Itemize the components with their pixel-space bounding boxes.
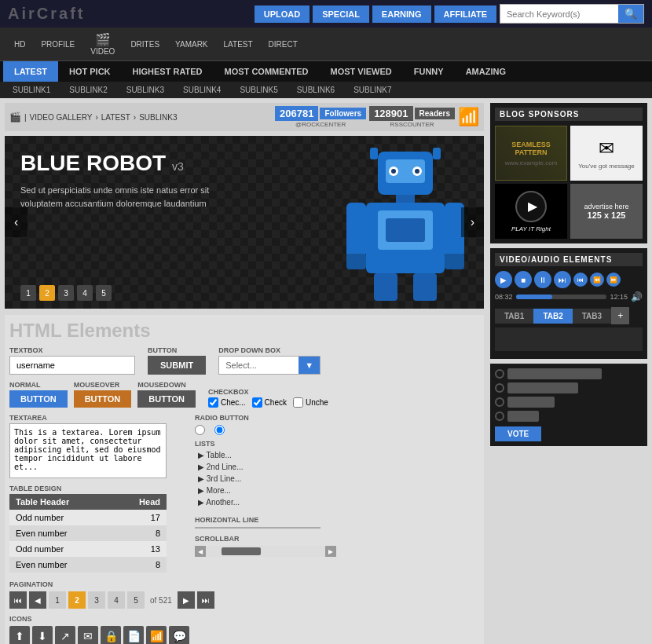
sponsor-envelope[interactable]: ✉ You've got message xyxy=(570,126,643,181)
sublink-2[interactable]: SUBLINK2 xyxy=(60,82,116,98)
vote-bar-2[interactable] xyxy=(507,382,578,393)
play-ctrl-button[interactable]: ▶ xyxy=(495,271,512,288)
tab-add-button[interactable]: + xyxy=(611,307,629,324)
prev-ctrl-button[interactable]: ⏮ xyxy=(573,273,588,287)
radio-2[interactable] xyxy=(214,425,225,435)
nav-item-direct[interactable]: DIRECT xyxy=(261,34,306,55)
slider-next-button[interactable]: › xyxy=(461,207,484,237)
breadcrumb-latest[interactable]: LATEST xyxy=(101,113,130,122)
affiliate-button[interactable]: AFFILIATE xyxy=(434,5,496,23)
radio-1[interactable] xyxy=(195,425,205,435)
nav-item-latest[interactable]: LATEST xyxy=(216,34,261,55)
dropdown-box[interactable]: Select... ▼ xyxy=(218,356,321,375)
tab-funny[interactable]: FUNNY xyxy=(403,61,455,82)
tab-mostcommented[interactable]: MOST COMMENTED xyxy=(214,61,320,82)
rew-ctrl-button[interactable]: ⏪ xyxy=(590,273,604,287)
ffw-ctrl-button[interactable]: ⏩ xyxy=(606,273,621,287)
tab-latest[interactable]: LATEST xyxy=(3,61,58,82)
page-1-button[interactable]: 1 xyxy=(49,591,66,609)
icon-document[interactable]: 📄 xyxy=(123,626,144,644)
page-3-button[interactable]: 3 xyxy=(88,591,105,609)
btn-normal[interactable]: BUTTON xyxy=(9,390,68,408)
scrollbar-right-btn[interactable]: ▶ xyxy=(325,546,336,557)
sublink-4[interactable]: SUBLINK4 xyxy=(174,82,230,98)
nav-item-drites[interactable]: DRITES xyxy=(123,34,167,55)
scrollbar-thumb[interactable] xyxy=(222,547,261,555)
list-item[interactable]: ▶ More... xyxy=(195,485,479,496)
icon-comment[interactable]: 💬 xyxy=(169,626,189,644)
list-item[interactable]: ▶ 3rd Line... xyxy=(195,473,479,485)
special-button[interactable]: SPECIAL xyxy=(313,5,369,23)
breadcrumb-gallery[interactable]: VIDEO GALLERY xyxy=(30,113,93,122)
tab-amazing[interactable]: AMAZING xyxy=(455,61,517,82)
sublink-1[interactable]: SUBLINK1 xyxy=(3,82,60,98)
search-button[interactable]: 🔍 xyxy=(618,5,643,23)
earning-button[interactable]: EARNING xyxy=(372,5,431,23)
scrollbar-track[interactable]: ◀ ▶ xyxy=(195,546,336,557)
play-button-big[interactable]: ▶ xyxy=(515,191,547,222)
sponsor-pattern[interactable]: SEAMLESS PATTERN www.example.com xyxy=(495,126,567,181)
vote-option-3 xyxy=(495,397,643,408)
slider-prev-button[interactable]: ‹ xyxy=(5,207,27,237)
textbox-input[interactable] xyxy=(9,356,135,375)
dot-1[interactable]: 1 xyxy=(20,285,36,301)
table-row: Odd number 13 xyxy=(9,541,167,557)
sublink-5[interactable]: SUBLINK5 xyxy=(230,82,287,98)
sponsor-advertise[interactable]: advertise here 125 x 125 xyxy=(570,184,643,239)
checkbox-1[interactable]: Chec... xyxy=(208,397,246,408)
dot-5[interactable]: 5 xyxy=(96,285,112,301)
icon-external[interactable]: ↗ xyxy=(55,626,75,644)
svg-rect-16 xyxy=(374,273,397,301)
checkbox-2[interactable]: Check xyxy=(252,397,287,408)
vote-bar-4[interactable] xyxy=(507,411,539,422)
page-2-button[interactable]: 2 xyxy=(68,591,86,609)
icon-lock[interactable]: 🔒 xyxy=(101,626,121,644)
icon-download[interactable]: ⬇ xyxy=(32,626,53,644)
sidebar-tab-3[interactable]: TAB3 xyxy=(573,309,611,324)
page-last-button[interactable]: ⏭ xyxy=(197,591,214,609)
sidebar-tab-2[interactable]: TAB2 xyxy=(533,309,572,324)
nav-item-profile[interactable]: PROFILE xyxy=(33,34,82,55)
sponsor-play[interactable]: ▶ PLAY IT Right xyxy=(495,184,567,239)
sublink-7[interactable]: SUBLINK7 xyxy=(344,82,401,98)
sublink-3[interactable]: SUBLINK3 xyxy=(117,82,174,98)
checkbox-3[interactable]: Unche xyxy=(293,397,328,408)
nav-item-video[interactable]: 🎬 VIDEO xyxy=(82,27,123,60)
icon-upload[interactable]: ⬆ xyxy=(9,626,30,644)
tab-mostviewed[interactable]: MOST VIEWED xyxy=(320,61,403,82)
tab-hotpick[interactable]: HOT PICK xyxy=(58,61,122,82)
dot-4[interactable]: 4 xyxy=(77,285,93,301)
btn-mousedown[interactable]: BUTTON xyxy=(137,390,196,408)
progress-track[interactable] xyxy=(516,295,607,299)
search-input[interactable] xyxy=(500,6,618,22)
dot-3[interactable]: 3 xyxy=(58,285,74,301)
next-ctrl-button[interactable]: ⏭ xyxy=(554,271,571,288)
pause-ctrl-button[interactable]: ⏸ xyxy=(534,271,551,288)
upload-button[interactable]: UPLOAD xyxy=(255,5,310,23)
tab-highestrated[interactable]: HIGHEST RATED xyxy=(122,61,214,82)
submit-button[interactable]: SUBMIT xyxy=(148,356,206,375)
rss-icon[interactable]: 📶 xyxy=(458,107,479,127)
stop-ctrl-button[interactable]: ■ xyxy=(515,271,532,288)
vote-button[interactable]: VOTE xyxy=(495,426,541,441)
list-item[interactable]: ▶ Another... xyxy=(195,496,479,508)
sublink-6[interactable]: SUBLINK6 xyxy=(288,82,344,98)
page-5-button[interactable]: 5 xyxy=(127,591,145,609)
icon-email[interactable]: ✉ xyxy=(78,626,98,644)
textarea-field[interactable]: This is a textarea. Lorem ipsum dolor si… xyxy=(9,423,167,478)
vote-bar-3[interactable] xyxy=(507,397,555,408)
page-4-button[interactable]: 4 xyxy=(108,591,125,609)
icon-rss[interactable]: 📶 xyxy=(146,626,167,644)
nav-item-hd[interactable]: HD xyxy=(6,34,33,55)
vote-bar-1[interactable] xyxy=(507,368,602,379)
sidebar-tab-1[interactable]: TAB1 xyxy=(495,309,533,324)
scrollbar-left-btn[interactable]: ◀ xyxy=(195,546,206,557)
page-first-button[interactable]: ⏮ xyxy=(9,591,27,609)
dot-2[interactable]: 2 xyxy=(39,285,55,301)
list-item[interactable]: ▶ 2nd Line... xyxy=(195,461,479,473)
btn-mouseover[interactable]: BUTTON xyxy=(74,390,132,408)
nav-item-yamark[interactable]: YAMARK xyxy=(167,34,216,55)
page-next-button[interactable]: ▶ xyxy=(178,591,195,609)
page-prev-button[interactable]: ◀ xyxy=(29,591,46,609)
list-item[interactable]: ▶ Table... xyxy=(195,449,479,461)
